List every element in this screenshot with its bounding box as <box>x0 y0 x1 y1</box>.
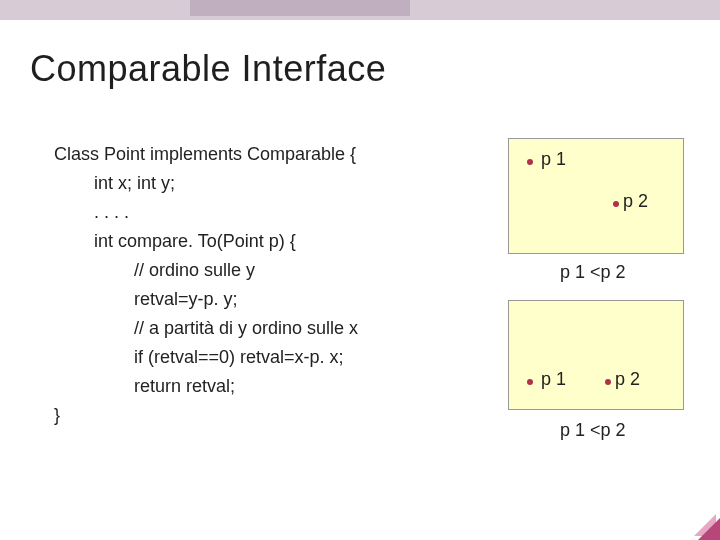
point-dot-icon <box>527 159 533 165</box>
top-bar-accent <box>190 0 410 16</box>
point-label-p2: p 2 <box>623 191 648 212</box>
diagram-box-2: p 1 p 2 <box>508 300 684 410</box>
relation-label-2: p 1 <p 2 <box>560 420 626 441</box>
code-line: Class Point implements Comparable { <box>54 140 358 169</box>
relation-label-1: p 1 <p 2 <box>560 262 626 283</box>
code-line: if (retval==0) retval=x-p. x; <box>54 343 358 372</box>
point-dot-icon <box>613 201 619 207</box>
code-line: // ordino sulle y <box>54 256 358 285</box>
point-label-p1: p 1 <box>541 369 566 390</box>
code-line: return retval; <box>54 372 358 401</box>
code-line: } <box>54 401 358 430</box>
point-label-p2: p 2 <box>615 369 640 390</box>
code-line: int compare. To(Point p) { <box>54 227 358 256</box>
diagram-box-1: p 1 p 2 <box>508 138 684 254</box>
point-dot-icon <box>605 379 611 385</box>
code-line: retval=y-p. y; <box>54 285 358 314</box>
slide-title: Comparable Interface <box>30 48 386 90</box>
code-line: int x; int y; <box>54 169 358 198</box>
code-block: Class Point implements Comparable { int … <box>54 140 358 430</box>
corner-decoration-icon <box>696 516 720 540</box>
top-bar <box>0 0 720 20</box>
slide: Comparable Interface Class Point impleme… <box>0 0 720 540</box>
code-line: . . . . <box>54 198 358 227</box>
point-dot-icon <box>527 379 533 385</box>
code-line: // a partità di y ordino sulle x <box>54 314 358 343</box>
point-label-p1: p 1 <box>541 149 566 170</box>
